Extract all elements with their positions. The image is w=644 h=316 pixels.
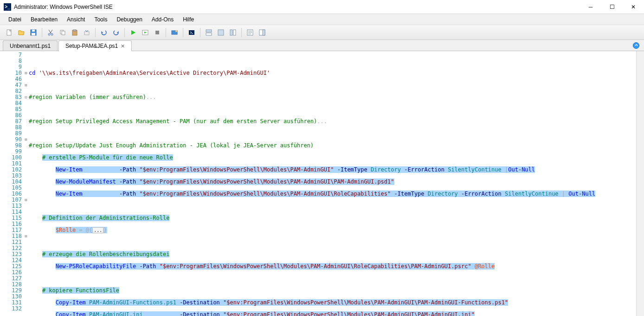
clear-icon[interactable] bbox=[81, 27, 92, 38]
editor[interactable]: 7891046478283848586878889909899100101102… bbox=[0, 51, 644, 316]
tab-setup-pam[interactable]: Setup-PAM&JEA.ps1✕ bbox=[58, 40, 132, 51]
stop-icon[interactable] bbox=[152, 27, 163, 38]
maximize-button[interactable]: ☐ bbox=[601, 0, 623, 14]
close-button[interactable]: ✕ bbox=[623, 0, 644, 14]
svg-rect-12 bbox=[155, 31, 159, 34]
tab-unbenannt[interactable]: Unbenannt1.ps1 bbox=[3, 40, 58, 51]
svg-rect-20 bbox=[233, 30, 236, 35]
fold-column[interactable]: ⊞⊞⊟⊞⊞⊞ bbox=[23, 51, 29, 316]
show-console-icon[interactable] bbox=[227, 27, 238, 38]
menu-edit[interactable]: Bearbeiten bbox=[26, 14, 62, 25]
window-controls: ─ ☐ ✕ bbox=[580, 0, 644, 14]
menubar: Datei Bearbeiten Ansicht Tools Debuggen … bbox=[0, 14, 644, 25]
svg-rect-2 bbox=[32, 30, 35, 32]
copy-icon[interactable] bbox=[57, 27, 68, 38]
svg-rect-18 bbox=[218, 30, 224, 35]
show-commands-icon[interactable] bbox=[245, 27, 256, 38]
svg-rect-17 bbox=[206, 33, 212, 35]
menu-debug[interactable]: Debuggen bbox=[112, 14, 147, 25]
new-remote-icon[interactable] bbox=[169, 27, 180, 38]
undo-icon[interactable] bbox=[98, 27, 109, 38]
paste-icon[interactable] bbox=[69, 27, 80, 38]
redo-icon[interactable] bbox=[110, 27, 122, 38]
window-title: Administrator: Windows PowerShell ISE bbox=[14, 4, 113, 10]
svg-point-5 bbox=[51, 33, 53, 35]
collapse-script-icon[interactable] bbox=[633, 42, 639, 49]
line-numbers: 7891046478283848586878889909899100101102… bbox=[0, 51, 23, 316]
code-area[interactable]: cd '\\ws.its\freigaben\AdminArea\Service… bbox=[29, 51, 636, 316]
svg-rect-7 bbox=[62, 31, 65, 35]
tab-label: Setup-PAM&JEA.ps1 bbox=[65, 43, 118, 49]
new-icon[interactable] bbox=[4, 27, 15, 38]
tab-label: Unbenannt1.ps1 bbox=[10, 43, 51, 49]
open-icon[interactable] bbox=[16, 27, 27, 38]
minimize-button[interactable]: ─ bbox=[580, 0, 601, 14]
show-script-icon[interactable] bbox=[203, 27, 214, 38]
save-icon[interactable] bbox=[28, 27, 39, 38]
svg-point-4 bbox=[48, 33, 50, 35]
run-icon[interactable] bbox=[128, 27, 139, 38]
svg-rect-16 bbox=[206, 30, 212, 32]
menu-addons[interactable]: Add-Ons bbox=[147, 14, 178, 25]
svg-rect-19 bbox=[230, 30, 232, 35]
app-icon: >_ bbox=[4, 3, 11, 11]
menu-view[interactable]: Ansicht bbox=[62, 14, 90, 25]
vertical-scrollbar[interactable] bbox=[636, 51, 644, 316]
tab-close-icon[interactable]: ✕ bbox=[121, 43, 125, 49]
run-selection-icon[interactable] bbox=[140, 27, 151, 38]
powershell-icon[interactable] bbox=[186, 27, 197, 38]
show-script-maximized-icon[interactable] bbox=[215, 27, 226, 38]
svg-rect-23 bbox=[263, 30, 265, 35]
cut-icon[interactable] bbox=[45, 27, 56, 38]
show-command-addon-icon[interactable] bbox=[257, 27, 268, 38]
menu-help[interactable]: Hilfe bbox=[178, 14, 199, 25]
svg-rect-10 bbox=[84, 32, 89, 35]
menu-tools[interactable]: Tools bbox=[90, 14, 112, 25]
tabstrip: Unbenannt1.ps1 Setup-PAM&JEA.ps1✕ bbox=[0, 40, 644, 51]
svg-rect-3 bbox=[32, 33, 35, 35]
titlebar: >_ Administrator: Windows PowerShell ISE… bbox=[0, 0, 644, 14]
toolbar bbox=[0, 25, 644, 40]
svg-rect-9 bbox=[73, 30, 76, 31]
menu-file[interactable]: Datei bbox=[4, 14, 26, 25]
svg-point-14 bbox=[175, 30, 177, 32]
